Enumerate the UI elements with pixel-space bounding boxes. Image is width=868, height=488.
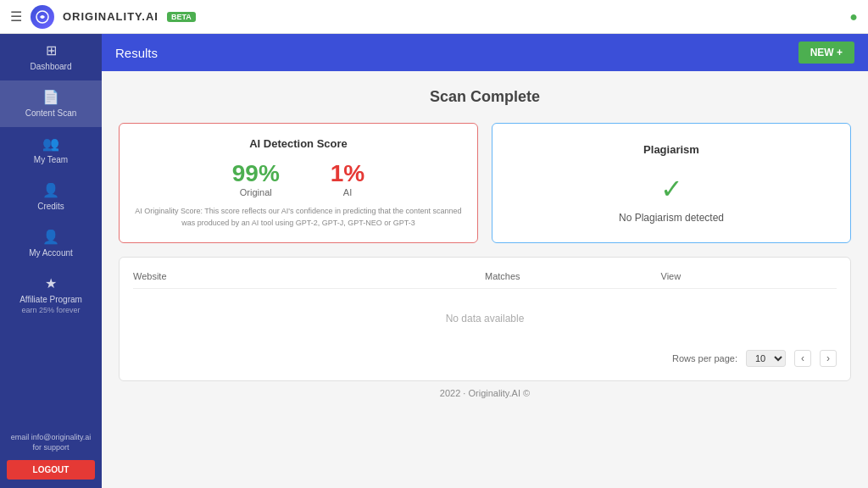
cards-row: AI Detection Score 99% Original 1% AI AI… (119, 123, 851, 243)
top-nav-left: ☰ ORIGINALITY.AI BETA (10, 5, 196, 29)
page-prev-button[interactable]: ‹ (794, 350, 811, 367)
no-plagiarism-text: No Plagiarism detected (619, 212, 724, 224)
plagiarism-card-title: Plagiarism (643, 143, 699, 156)
sidebar-label-dashboard: Dashboard (31, 62, 72, 72)
scores-row: 99% Original 1% AI (133, 160, 464, 197)
settings-indicator[interactable]: ● (849, 9, 858, 25)
table-card: Website Matches View No data available R… (119, 257, 851, 381)
main-layout: ⊞ Dashboard 📄 Content Scan 👥 My Team 👤 C… (0, 34, 868, 488)
original-score-item: 99% Original (232, 160, 280, 197)
footer-text: 2022 · Originality.AI © (440, 388, 530, 398)
sidebar-label-credits: Credits (37, 202, 64, 212)
sidebar-item-affiliate[interactable]: ★ Affiliate Programearn 25% forever (0, 267, 102, 324)
credits-icon: 👤 (42, 182, 59, 198)
new-button[interactable]: NEW + (798, 42, 854, 64)
col-header-website: Website (133, 271, 485, 281)
results-bar: Results NEW + (102, 34, 868, 71)
logo-text: ORIGINALITY.AI (63, 10, 159, 23)
sidebar-label-my-team: My Team (34, 155, 68, 165)
col-header-view: View (661, 271, 837, 281)
page-next-button[interactable]: › (820, 350, 837, 367)
content-scan-icon: 📄 (42, 89, 59, 105)
top-navbar: ☰ ORIGINALITY.AI BETA ● (0, 0, 868, 34)
rows-per-page-label: Rows per page: (672, 353, 737, 363)
my-account-icon: 👤 (42, 229, 59, 245)
beta-badge: BETA (167, 12, 196, 22)
table-footer: Rows per page: 10 25 50 ‹ › (133, 350, 837, 367)
ai-score-value: 1% (331, 160, 364, 187)
original-score-value: 99% (232, 160, 280, 187)
sidebar-item-dashboard[interactable]: ⊞ Dashboard (0, 34, 102, 80)
sidebar-item-credits[interactable]: 👤 Credits (0, 174, 102, 220)
sidebar-label-my-account: My Account (29, 248, 73, 258)
plagiarism-checkmark: ✓ (660, 173, 683, 205)
sidebar-bottom: email info@originality.ai for support LO… (0, 424, 102, 488)
ai-score-label: AI (331, 187, 364, 197)
sidebar-label-content-scan: Content Scan (25, 108, 77, 119)
my-team-icon: 👥 (42, 136, 59, 152)
col-header-matches: Matches (485, 271, 661, 281)
sidebar: ⊞ Dashboard 📄 Content Scan 👥 My Team 👤 C… (0, 34, 102, 488)
hamburger-menu[interactable]: ☰ (10, 8, 22, 25)
scan-complete-title: Scan Complete (119, 88, 851, 106)
main-content: Scan Complete AI Detection Score 99% Ori… (102, 71, 868, 488)
ai-description: AI Originality Score: This score reflect… (133, 206, 464, 229)
content-area: Results NEW + Scan Complete AI Detection… (102, 34, 868, 488)
sidebar-label-affiliate: Affiliate Programearn 25% forever (19, 295, 82, 315)
original-score-label: Original (232, 187, 280, 197)
page-footer: 2022 · Originality.AI © (119, 381, 851, 405)
ai-detection-card: AI Detection Score 99% Original 1% AI AI… (119, 123, 478, 243)
affiliate-icon: ★ (45, 275, 57, 291)
plagiarism-card: Plagiarism ✓ No Plagiarism detected (492, 123, 851, 243)
table-header-row: Website Matches View (133, 271, 837, 289)
sidebar-item-content-scan[interactable]: 📄 Content Scan (0, 80, 102, 127)
logout-button[interactable]: LOGOUT (7, 460, 95, 480)
no-data-message: No data available (133, 296, 837, 341)
sidebar-item-my-account[interactable]: 👤 My Account (0, 220, 102, 267)
ai-detection-card-title: AI Detection Score (133, 137, 464, 150)
ai-score-item: 1% AI (331, 160, 364, 197)
results-title: Results (115, 46, 158, 60)
sidebar-email: email info@originality.ai for support (7, 432, 95, 453)
sidebar-item-my-team[interactable]: 👥 My Team (0, 127, 102, 174)
dashboard-icon: ⊞ (46, 42, 57, 58)
rows-per-page-select[interactable]: 10 25 50 (746, 350, 786, 367)
logo-icon (31, 5, 54, 29)
